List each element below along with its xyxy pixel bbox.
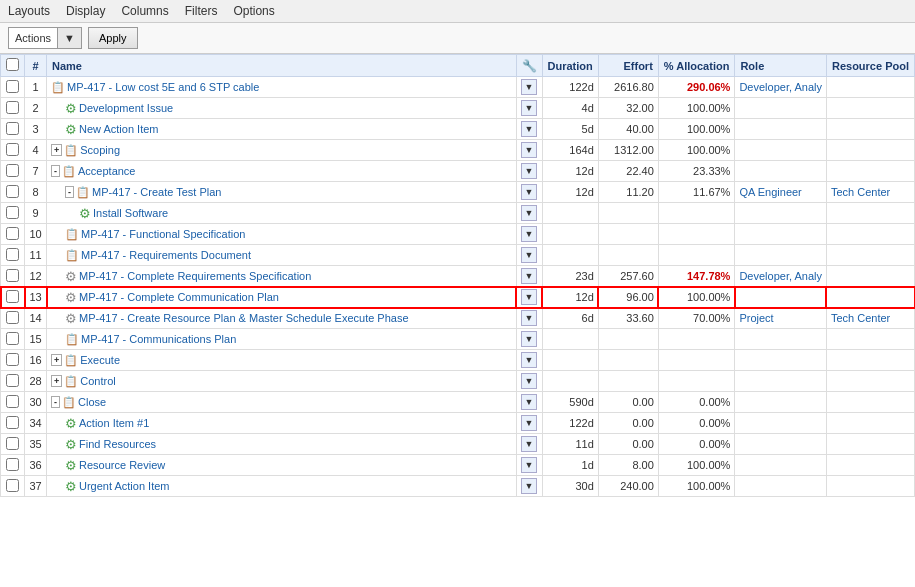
row-checkbox-cell [1,476,25,497]
row-checkbox[interactable] [6,416,19,429]
row-checkbox[interactable] [6,101,19,114]
row-checkbox[interactable] [6,122,19,135]
row-dropdown-cell: ▼ [516,140,542,161]
row-name-link[interactable]: Action Item #1 [79,417,149,429]
row-allocation [658,329,735,350]
menu-columns[interactable]: Columns [121,4,168,18]
expand-minus-icon[interactable]: - [51,165,60,177]
row-name-link[interactable]: MP-417 - Create Test Plan [92,186,221,198]
row-name-link[interactable]: Find Resources [79,438,156,450]
row-checkbox[interactable] [6,395,19,408]
row-name-link[interactable]: New Action Item [79,123,158,135]
actions-arrow-icon[interactable]: ▼ [57,28,81,48]
row-dropdown-btn[interactable]: ▼ [521,457,537,473]
menu-layouts[interactable]: Layouts [8,4,50,18]
row-dropdown-btn[interactable]: ▼ [521,394,537,410]
row-duration: 1d [542,455,598,476]
row-allocation: 0.00% [658,434,735,455]
row-dropdown-btn[interactable]: ▼ [521,373,537,389]
row-dropdown-btn[interactable]: ▼ [521,247,537,263]
row-role: Developer, Analy [735,77,827,98]
menu-options[interactable]: Options [233,4,274,18]
row-dropdown-btn[interactable]: ▼ [521,121,537,137]
row-pool [826,413,914,434]
row-checkbox[interactable] [6,353,19,366]
row-checkbox-cell [1,434,25,455]
apply-button[interactable]: Apply [88,27,138,49]
row-name-link[interactable]: MP-417 - Communications Plan [81,333,236,345]
row-name-link[interactable]: Execute [80,354,120,366]
row-name-link[interactable]: MP-417 - Low cost 5E and 6 STP cable [67,81,259,93]
menu-filters[interactable]: Filters [185,4,218,18]
row-pool: Tech Center [826,182,914,203]
row-dropdown-btn[interactable]: ▼ [521,184,537,200]
row-allocation: 100.00% [658,476,735,497]
row-allocation [658,245,735,266]
row-name-link[interactable]: Install Software [93,207,168,219]
row-checkbox[interactable] [6,206,19,219]
row-name-link[interactable]: MP-417 - Complete Requirements Specifica… [79,270,311,282]
expand-minus-icon[interactable]: - [51,396,60,408]
row-checkbox[interactable] [6,227,19,240]
expand-plus-icon[interactable]: + [51,375,62,387]
expand-minus-icon[interactable]: - [65,186,74,198]
row-name-cell: ⚙ Find Resources [47,434,517,455]
row-name-link[interactable]: Acceptance [78,165,135,177]
row-dropdown-btn[interactable]: ▼ [521,289,537,305]
row-effort [598,203,658,224]
row-checkbox[interactable] [6,143,19,156]
row-dropdown-btn[interactable]: ▼ [521,478,537,494]
row-dropdown-btn[interactable]: ▼ [521,142,537,158]
row-name-link[interactable]: MP-417 - Complete Communication Plan [79,291,279,303]
row-effort: 11.20 [598,182,658,203]
row-name-link[interactable]: Resource Review [79,459,165,471]
row-checkbox[interactable] [6,374,19,387]
row-allocation: 100.00% [658,455,735,476]
row-pool [826,119,914,140]
select-all-checkbox[interactable] [6,58,19,71]
row-checkbox[interactable] [6,332,19,345]
expand-plus-icon[interactable]: + [51,144,62,156]
table-row: 16 + 📋 Execute ▼ [1,350,915,371]
row-name-cell: + 📋 Scoping [47,140,517,161]
row-checkbox[interactable] [6,290,19,303]
row-dropdown-btn[interactable]: ▼ [521,310,537,326]
row-dropdown-btn[interactable]: ▼ [521,415,537,431]
row-name-link[interactable]: MP-417 - Requirements Document [81,249,251,261]
row-checkbox[interactable] [6,80,19,93]
row-role [735,119,827,140]
row-dropdown-btn[interactable]: ▼ [521,331,537,347]
row-name-link[interactable]: MP-417 - Functional Specification [81,228,245,240]
row-checkbox-cell [1,371,25,392]
row-dropdown-btn[interactable]: ▼ [521,436,537,452]
row-name-link[interactable]: Development Issue [79,102,173,114]
row-effort: 0.00 [598,392,658,413]
actions-dropdown[interactable]: Actions ▼ [8,27,82,49]
row-dropdown-btn[interactable]: ▼ [521,79,537,95]
menu-display[interactable]: Display [66,4,105,18]
row-checkbox[interactable] [6,164,19,177]
row-pool [826,77,914,98]
row-dropdown-btn[interactable]: ▼ [521,100,537,116]
row-name-link[interactable]: Close [78,396,106,408]
row-name-link[interactable]: Control [80,375,115,387]
row-checkbox[interactable] [6,458,19,471]
row-dropdown-btn[interactable]: ▼ [521,163,537,179]
row-checkbox[interactable] [6,437,19,450]
table-row: 30 - 📋 Close ▼ 590d 0.00 0.00% [1,392,915,413]
row-name-link[interactable]: Scoping [80,144,120,156]
row-number: 30 [25,392,47,413]
row-dropdown-btn[interactable]: ▼ [521,352,537,368]
row-name-link[interactable]: Urgent Action Item [79,480,170,492]
row-checkbox[interactable] [6,269,19,282]
row-dropdown-btn[interactable]: ▼ [521,226,537,242]
row-number: 14 [25,308,47,329]
row-checkbox[interactable] [6,185,19,198]
row-dropdown-btn[interactable]: ▼ [521,205,537,221]
expand-plus-icon[interactable]: + [51,354,62,366]
row-checkbox[interactable] [6,311,19,324]
row-name-link[interactable]: MP-417 - Create Resource Plan & Master S… [79,312,409,324]
row-dropdown-btn[interactable]: ▼ [521,268,537,284]
row-checkbox[interactable] [6,479,19,492]
row-checkbox[interactable] [6,248,19,261]
